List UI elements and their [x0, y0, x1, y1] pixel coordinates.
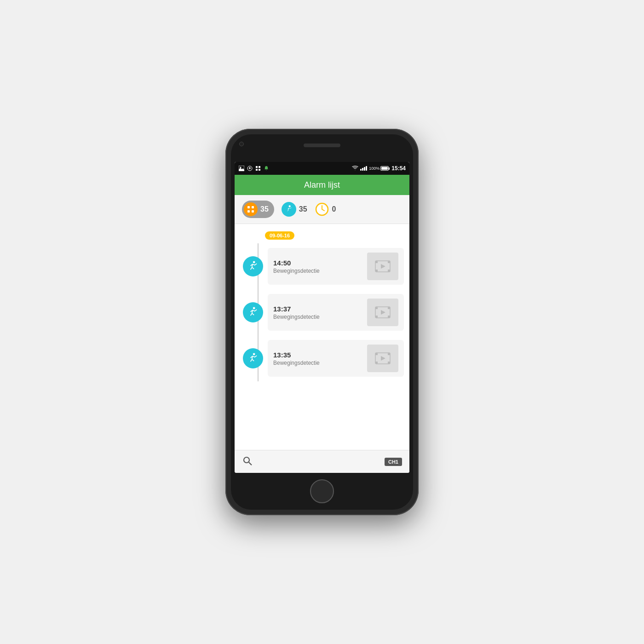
- battery-icon: 100%: [369, 166, 390, 171]
- svg-rect-20: [375, 270, 378, 272]
- search-button[interactable]: [242, 455, 253, 468]
- alarm-type-2: Bewegingsdetectie: [273, 314, 363, 320]
- svg-point-30: [253, 353, 255, 355]
- speaker: [304, 144, 340, 147]
- alarm-thumbnail-1[interactable]: [367, 253, 398, 280]
- svg-rect-8: [252, 206, 254, 208]
- phone-inner: 100% 15:54 Alarm lijst: [231, 134, 413, 510]
- svg-rect-18: [375, 261, 378, 263]
- upload-status-icon: [247, 165, 253, 172]
- svg-rect-33: [388, 353, 390, 355]
- svg-rect-19: [388, 261, 390, 263]
- filter-bar: 35 35: [235, 195, 409, 224]
- filter-scheduled[interactable]: 0: [315, 202, 336, 217]
- alarm-item[interactable]: 13:35 Bewegingsdetectie: [240, 335, 404, 381]
- svg-rect-7: [247, 206, 250, 208]
- svg-rect-10: [252, 210, 254, 213]
- wifi-icon: [352, 166, 358, 171]
- filter-scheduled-count: 0: [332, 205, 336, 213]
- svg-rect-4: [259, 166, 260, 168]
- phone-frame: 100% 15:54 Alarm lijst: [225, 129, 419, 515]
- alarm-card-3[interactable]: 13:35 Bewegingsdetectie: [268, 340, 404, 377]
- bottom-bar: CH1: [235, 450, 409, 473]
- image-status-icon: [238, 165, 245, 172]
- svg-rect-26: [388, 307, 390, 309]
- svg-rect-5: [256, 169, 258, 171]
- signal-icon: [360, 166, 367, 171]
- svg-point-23: [253, 307, 255, 309]
- alarm-motion-icon-1: [243, 256, 263, 276]
- filter-all[interactable]: 35: [242, 201, 274, 218]
- filter-all-count: 35: [260, 205, 269, 213]
- status-left-icons: [238, 165, 270, 172]
- svg-rect-25: [375, 307, 378, 309]
- filter-motion-count: 35: [299, 205, 307, 213]
- svg-point-37: [244, 457, 249, 463]
- svg-rect-21: [388, 270, 390, 272]
- svg-rect-6: [259, 169, 260, 171]
- app-status-icon: [255, 165, 261, 172]
- channel-badge[interactable]: CH1: [385, 458, 402, 466]
- svg-rect-9: [247, 210, 250, 213]
- svg-rect-34: [375, 362, 378, 364]
- alarm-item[interactable]: 14:50 Bewegingsdetectie: [240, 243, 404, 289]
- timeline: 14:50 Bewegingsdetectie: [235, 243, 409, 381]
- alarm-thumbnail-2[interactable]: [367, 299, 398, 326]
- alarm-motion-icon-3: [243, 348, 263, 368]
- filter-motion[interactable]: 35: [282, 202, 307, 217]
- alarm-time-1: 14:50: [273, 259, 363, 267]
- svg-point-16: [253, 261, 255, 263]
- alarm-info-3: 13:35 Bewegingsdetectie: [273, 351, 363, 366]
- svg-marker-36: [381, 356, 385, 361]
- notification-status-icon: [263, 165, 270, 172]
- svg-rect-32: [375, 353, 378, 355]
- front-camera: [239, 142, 244, 146]
- home-button[interactable]: [310, 479, 334, 503]
- app-title: Alarm lijst: [304, 180, 340, 190]
- status-right-info: 100% 15:54: [352, 165, 406, 172]
- alarm-time-3: 13:35: [273, 351, 363, 359]
- alarm-list[interactable]: 09-06-16: [235, 224, 409, 450]
- svg-rect-27: [375, 316, 378, 318]
- svg-marker-29: [381, 310, 385, 315]
- svg-rect-28: [388, 316, 390, 318]
- alarm-type-1: Bewegingsdetectie: [273, 268, 363, 274]
- alarm-card-1[interactable]: 14:50 Bewegingsdetectie: [268, 248, 404, 285]
- alarm-card-2[interactable]: 13:37 Bewegingsdetectie: [268, 294, 404, 331]
- svg-point-11: [288, 205, 290, 207]
- alarm-motion-icon-2: [243, 302, 263, 322]
- svg-rect-3: [256, 166, 258, 168]
- screen: 100% 15:54 Alarm lijst: [235, 162, 409, 473]
- alarm-info-2: 13:37 Bewegingsdetectie: [273, 305, 363, 320]
- svg-marker-22: [381, 264, 385, 269]
- alarm-item[interactable]: 13:37 Bewegingsdetectie: [240, 289, 404, 335]
- status-time: 15:54: [391, 165, 406, 172]
- alarm-info-1: 14:50 Bewegingsdetectie: [273, 259, 363, 274]
- alarm-type-3: Bewegingsdetectie: [273, 360, 363, 366]
- alarm-time-2: 13:37: [273, 305, 363, 313]
- svg-rect-35: [388, 362, 390, 364]
- app-header: Alarm lijst: [235, 175, 409, 195]
- alarm-thumbnail-3[interactable]: [367, 345, 398, 372]
- status-bar: 100% 15:54: [235, 162, 409, 175]
- svg-line-38: [249, 462, 252, 465]
- date-badge: 09-06-16: [265, 231, 294, 240]
